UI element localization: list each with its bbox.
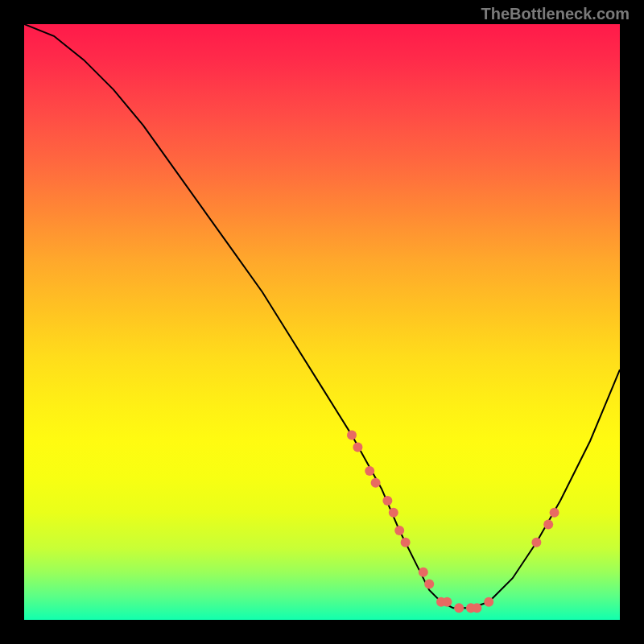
chart-svg: [24, 24, 620, 620]
data-point-marker: [394, 526, 404, 535]
data-point-marker: [543, 520, 553, 530]
data-point-marker: [371, 478, 381, 488]
data-point-marker: [472, 603, 481, 613]
data-point-marker: [484, 597, 493, 607]
data-point-marker: [401, 538, 411, 547]
data-point-marker: [424, 580, 434, 589]
watermark-text: TheBottleneck.com: [481, 5, 630, 23]
data-point-marker: [382, 496, 392, 506]
data-point-marker: [454, 603, 464, 613]
bottleneck-curve: [24, 24, 620, 608]
plot-area: [24, 24, 620, 620]
data-point-marker: [550, 508, 559, 518]
data-point-marker: [442, 597, 452, 607]
data-point-marker: [531, 538, 541, 547]
data-point-marker: [347, 431, 357, 440]
marker-group: [347, 431, 559, 613]
data-point-marker: [365, 466, 374, 476]
data-point-marker: [353, 442, 362, 452]
data-point-marker: [419, 568, 428, 577]
data-point-marker: [389, 508, 398, 518]
